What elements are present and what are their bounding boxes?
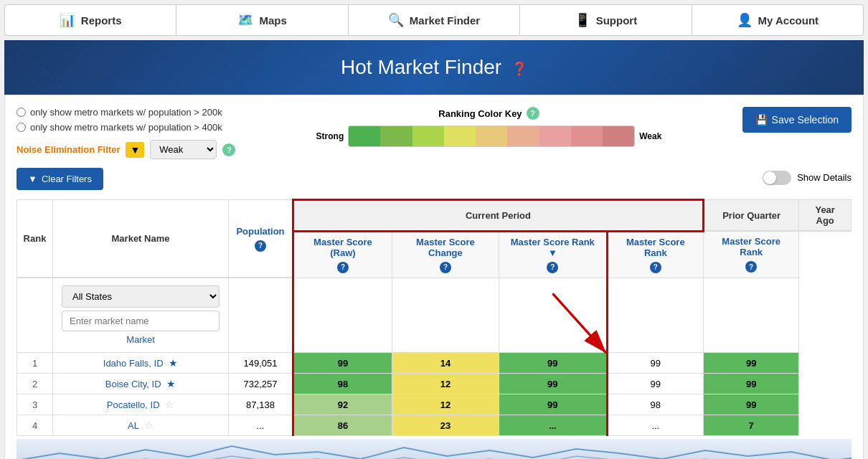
score-rank-cell: 99 (499, 353, 608, 374)
master-score-raw-link[interactable]: Master Score (Raw) (300, 237, 386, 258)
star-empty-icon[interactable]: ☆ (165, 399, 174, 410)
nav-my-account[interactable]: 👤 My Account (692, 5, 863, 35)
population-cell: ... (229, 415, 293, 436)
master-score-raw-help[interactable]: ? (337, 262, 349, 273)
radio-400k-input[interactable] (16, 123, 26, 132)
prior-master-score-rank-link[interactable]: Master Score Rank (614, 237, 697, 258)
noise-help-icon[interactable]: ? (222, 143, 235, 156)
market-name-link[interactable]: AL (128, 420, 138, 431)
state-select[interactable]: All States (62, 285, 220, 308)
score-raw-cell: 98 (293, 374, 392, 394)
market-filter-cell: All States Market (53, 278, 229, 353)
population-filter-cell (229, 278, 293, 353)
population-help[interactable]: ? (255, 240, 266, 252)
color-bar-wrapper: Strong Weak (316, 126, 662, 147)
noise-select[interactable]: Weak None Moderate Strong (150, 140, 217, 159)
table-row: 1Idaho Falls, ID ★149,0519914999999 (17, 353, 852, 374)
color-seg-8 (571, 126, 603, 146)
header-banner: Hot Market Finder ❓ (4, 40, 864, 95)
prior-rank-filter-cell (607, 278, 703, 353)
master-score-rank-help[interactable]: ? (547, 262, 558, 273)
nav-maps[interactable]: 🗺️ Maps (176, 5, 348, 35)
year-rank-cell: 7 (703, 415, 798, 436)
score-change-cell: 14 (392, 353, 499, 374)
nav-market-finder[interactable]: 🔍 Market Finder (349, 5, 520, 35)
score-rank-filter-cell (499, 278, 608, 353)
nav-maps-label: Maps (259, 14, 286, 27)
market-cell: Pocatello, ID ☆ (53, 394, 229, 415)
star-empty-icon[interactable]: ☆ (144, 420, 154, 431)
radio-200k[interactable]: only show metro markets w/ population > … (16, 107, 235, 118)
color-seg-4 (444, 126, 476, 146)
rank-cell: 4 (17, 415, 53, 436)
prior-rank-cell: 99 (607, 353, 703, 374)
prior-master-score-rank-header: Master Score Rank ? (607, 231, 703, 278)
my-account-icon: 👤 (737, 12, 753, 28)
nav-my-account-label: My Account (758, 14, 819, 27)
current-period-header: Current Period (293, 200, 704, 232)
market-name-link[interactable]: Pocatello, ID (107, 399, 160, 410)
master-score-change-link[interactable]: Master Score Change (398, 237, 493, 258)
color-seg-6 (507, 126, 539, 146)
market-filter-inputs: All States Market (59, 283, 222, 348)
star-filled-icon[interactable]: ★ (166, 378, 176, 389)
star-filled-icon[interactable]: ★ (169, 357, 178, 369)
year-master-score-rank-link[interactable]: Master Score Rank (709, 236, 793, 257)
master-score-raw-header: Master Score (Raw) ? (293, 231, 392, 278)
population-link[interactable]: Population (236, 226, 284, 237)
radio-200k-input[interactable] (16, 108, 26, 117)
color-key-label: Ranking Color Key ? (438, 107, 539, 120)
master-score-change-header: Master Score Change ? (392, 231, 499, 278)
main-content: only show metro markets w/ population > … (4, 95, 864, 459)
score-change-cell: 12 (392, 374, 499, 394)
score-change-filter-cell (392, 278, 499, 353)
save-icon: 💾 (755, 114, 768, 126)
market-name-link[interactable]: Idaho Falls, ID (103, 358, 164, 369)
score-change-cell: 12 (392, 394, 499, 415)
nav-reports[interactable]: 📊 Reports (5, 5, 176, 35)
score-rank-cell: 99 (499, 374, 608, 394)
nav-market-finder-label: Market Finder (410, 14, 480, 27)
show-details-toggle[interactable] (763, 171, 791, 185)
year-rank-cell: 99 (703, 353, 798, 374)
master-score-change-help[interactable]: ? (440, 262, 451, 273)
radio-200k-label: only show metro markets w/ population > … (30, 107, 222, 118)
filter-inputs-row: All States Market (17, 278, 852, 353)
rank-cell: 3 (17, 394, 53, 415)
year-rank-filter-cell (703, 278, 798, 353)
rank-cell: 2 (17, 374, 53, 394)
radio-400k[interactable]: only show metro markets w/ population > … (16, 122, 235, 133)
prior-quarter-header: Prior Quarter (703, 200, 798, 232)
year-rank-cell: 99 (703, 394, 798, 415)
save-selection-button[interactable]: 💾 Save Selection (742, 107, 852, 133)
prior-master-score-rank-help[interactable]: ? (650, 262, 661, 273)
color-key-section: Ranking Color Key ? Strong Weak (316, 107, 662, 147)
bottom-chart-svg (16, 439, 852, 459)
market-cell: Idaho Falls, ID ★ (53, 353, 229, 374)
table-row: 2Boise City, ID ★732,2579812999999 (17, 374, 852, 394)
column-group-header-row: Rank Market Name Population ? Current Pe… (17, 200, 852, 232)
year-rank-cell: 99 (703, 374, 798, 394)
color-seg-9 (603, 126, 634, 146)
nav-support[interactable]: 📱 Support (520, 5, 692, 35)
score-raw-cell: 99 (293, 353, 392, 374)
market-name-link[interactable]: Boise City, ID (105, 379, 161, 389)
master-score-rank-link[interactable]: Master Score Rank ▼ (505, 237, 600, 258)
market-name-input[interactable] (62, 311, 220, 331)
table-wrapper: Rank Market Name Population ? Current Pe… (16, 199, 852, 436)
prior-rank-cell: 98 (607, 394, 703, 415)
color-seg-2 (380, 126, 412, 146)
top-navigation: 📊 Reports 🗺️ Maps 🔍 Market Finder 📱 Supp… (4, 4, 864, 36)
score-change-cell: 23 (392, 415, 499, 436)
clear-filters-button[interactable]: ▼ Clear Filters (16, 168, 103, 190)
color-seg-3 (412, 126, 444, 146)
header-info-icon[interactable]: ❓ (511, 62, 527, 76)
table-row: 3Pocatello, ID ☆87,1389212999899 (17, 394, 852, 415)
filter-icon-button[interactable]: ▼ (126, 142, 144, 158)
year-master-score-rank-help[interactable]: ? (745, 261, 757, 273)
score-raw-cell: 86 (293, 415, 392, 436)
market-link[interactable]: Market (62, 334, 220, 345)
page-title: Hot Market Finder ❓ (20, 56, 848, 79)
color-seg-1 (349, 126, 380, 146)
color-key-help-icon[interactable]: ? (527, 107, 539, 120)
